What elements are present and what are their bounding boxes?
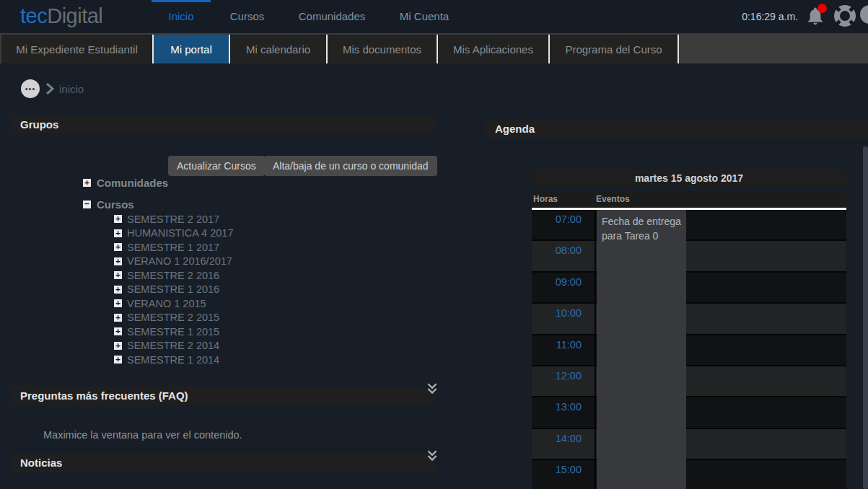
agenda-table-header: Horas Eventos	[532, 191, 846, 210]
agenda-row-1400[interactable]: 14:00	[532, 429, 846, 459]
tab-mis-aplicaciones[interactable]: Mis Aplicaciones	[438, 35, 550, 63]
tree-item-verano-1-2015[interactable]: +VERANO 1 2015	[114, 296, 233, 311]
tree-item-label: SEMESTRE 2 2014	[127, 340, 219, 351]
tree-item-humanistica-4-2017[interactable]: +HUMANISTICA 4 2017	[114, 226, 233, 241]
tree-item-label: SEMESTRE 2 2017	[127, 213, 219, 225]
tree-item-semestre-2-2017[interactable]: +SEMESTRE 2 2017	[114, 212, 233, 226]
notification-badge	[817, 4, 827, 13]
hour-label: 08:00	[532, 241, 595, 270]
agenda-row-1200[interactable]: 12:00	[532, 366, 846, 396]
hour-label: 14:00	[532, 429, 595, 459]
expand-icon[interactable]: +	[114, 243, 122, 251]
alta-baja-curso-button[interactable]: Alta/baja de un curso o comunidad	[264, 156, 437, 176]
agenda-grid: 07:00 08:00 09:00 10:00 11:00 12:00 13:0…	[532, 210, 846, 489]
page-scrollbar[interactable]	[863, 146, 868, 489]
expand-icon[interactable]: +	[114, 215, 122, 223]
tree-item-semestre-2-2016[interactable]: +SEMESTRE 2 2016	[114, 268, 233, 283]
column-header-eventos: Eventos	[596, 194, 630, 204]
hour-label: 10:00	[532, 304, 595, 333]
expand-icon[interactable]: +	[114, 299, 122, 307]
nav-item-inicio[interactable]: Inicio	[152, 10, 211, 22]
avatar-icon[interactable]	[860, 5, 868, 24]
tree-item-label: VERANO 1 2016/2017	[127, 255, 232, 267]
agenda-row-1300[interactable]: 13:00	[532, 397, 846, 427]
expand-icon[interactable]: +	[114, 271, 122, 279]
nav-item-comunidades[interactable]: Comunidades	[289, 10, 375, 22]
grupos-section-header: Grupos	[11, 115, 435, 133]
agenda-row-0800[interactable]: 08:00	[532, 241, 846, 270]
expand-icon[interactable]: +	[114, 314, 122, 322]
notifications-bell-icon[interactable]	[805, 5, 828, 30]
tree-item-semestre-1-2015[interactable]: +SEMESTRE 1 2015	[114, 325, 233, 339]
expand-icon[interactable]: +	[83, 179, 91, 187]
nav-item-mi-cuenta[interactable]: Mi Cuenta	[392, 10, 457, 22]
actualizar-cursos-button[interactable]: Actualizar Cursos	[168, 156, 265, 176]
tab-mi-calendario[interactable]: Mi calendario	[230, 35, 328, 63]
expand-icon[interactable]: +	[114, 327, 122, 335]
logo-part-tec: tec	[20, 4, 47, 27]
tab-mis-documentos[interactable]: Mis documentos	[328, 35, 438, 63]
logo-part-digital: Digital	[47, 4, 102, 27]
top-navbar: tecDigital Inicio Cursos Comunidades Mi …	[0, 0, 868, 33]
agenda-row-0900[interactable]: 09:00	[532, 273, 846, 302]
tree-item-label: SEMESTRE 2 2015	[127, 312, 219, 323]
tecdigital-logo[interactable]: tecDigital	[20, 4, 102, 28]
tree-node-comunidades[interactable]: + Comunidades	[83, 177, 168, 189]
tree-item-label: VERANO 1 2015	[127, 298, 206, 309]
agenda-row-1100[interactable]: 11:00	[532, 335, 846, 365]
tree-item-semestre-2-2014[interactable]: +SEMESTRE 2 2014	[114, 339, 233, 353]
cursos-children: +SEMESTRE 2 2017 +HUMANISTICA 4 2017 +SE…	[114, 212, 233, 367]
agenda-row-1500[interactable]: 15:00	[532, 460, 846, 489]
tree-item-semestre-1-2016[interactable]: +SEMESTRE 1 2016	[114, 283, 233, 297]
noticias-collapse-chevron-icon[interactable]	[426, 449, 439, 462]
tab-mi-expediente[interactable]: Mi Expediente Estudiantil	[1, 35, 154, 63]
faq-section-header: Preguntas más frecuentes (FAQ)	[11, 387, 435, 405]
help-icon[interactable]	[831, 2, 859, 30]
hour-label: 11:00	[532, 335, 595, 365]
tab-programa-del-curso[interactable]: Programa del Curso	[550, 35, 679, 63]
expand-icon[interactable]: +	[114, 229, 122, 237]
breadcrumb-current[interactable]: inicio	[59, 83, 84, 95]
faq-collapse-chevron-icon[interactable]	[426, 382, 439, 395]
tree-node-label: Cursos	[97, 198, 134, 211]
expand-icon[interactable]: +	[114, 286, 122, 294]
collapse-icon[interactable]: −	[83, 201, 91, 208]
tab-mi-portal[interactable]: Mi portal	[154, 35, 230, 63]
tree-item-label: HUMANISTICA 4 2017	[127, 227, 233, 239]
tree-item-semestre-1-2014[interactable]: +SEMESTRE 1 2014	[114, 353, 233, 367]
noticias-section-header: Noticias	[11, 454, 435, 472]
breadcrumb-chevron-icon	[45, 82, 55, 98]
agenda-event-tarea-0[interactable]: Fecha de entrega para Tarea 0	[597, 210, 686, 489]
tree-node-label: Comunidades	[97, 177, 168, 189]
clock: 0:16:29 a.m.	[737, 11, 798, 22]
hour-label: 13:00	[532, 397, 595, 427]
agenda-date: martes 15 agosto 2017	[532, 169, 846, 187]
hour-label: 07:00	[532, 210, 595, 239]
faq-title: Preguntas más frecuentes (FAQ)	[20, 389, 188, 402]
nav-item-cursos[interactable]: Cursos	[216, 10, 278, 22]
tree-item-label: SEMESTRE 1 2014	[127, 354, 219, 366]
tree-node-cursos[interactable]: − Cursos	[83, 198, 134, 211]
ellipsis-icon: •••	[25, 84, 36, 93]
tree-item-semestre-2-2015[interactable]: +SEMESTRE 2 2015	[114, 311, 233, 325]
faq-message: Maximice la ventana para ver el contenid…	[43, 429, 242, 441]
agenda-row-1000[interactable]: 10:00	[532, 304, 846, 333]
hour-label: 12:00	[532, 366, 595, 396]
agenda-section-header: Agenda	[486, 120, 868, 138]
tree-item-semestre-1-2017[interactable]: +SEMESTRE 1 2017	[114, 240, 233, 255]
tree-item-label: SEMESTRE 2 2016	[127, 270, 219, 281]
portal-tab-bar: Mi Expediente Estudiantil Mi portal Mi c…	[0, 33, 868, 63]
expand-icon[interactable]: +	[114, 257, 122, 265]
tree-item-verano-1-2016-2017[interactable]: +VERANO 1 2016/2017	[114, 255, 233, 269]
noticias-title: Noticias	[20, 457, 62, 469]
hour-label: 09:00	[532, 273, 595, 302]
breadcrumb-home-icon[interactable]: •••	[21, 79, 40, 98]
tree-item-label: SEMESTRE 1 2016	[127, 283, 219, 295]
agenda-row-0700[interactable]: 07:00	[532, 210, 846, 239]
expand-icon[interactable]: +	[114, 356, 122, 364]
expand-icon[interactable]: +	[114, 342, 122, 350]
active-nav-indicator	[152, 0, 211, 2]
hour-label: 15:00	[532, 460, 595, 489]
column-header-horas: Horas	[533, 194, 558, 204]
tree-item-label: SEMESTRE 1 2015	[127, 326, 219, 338]
